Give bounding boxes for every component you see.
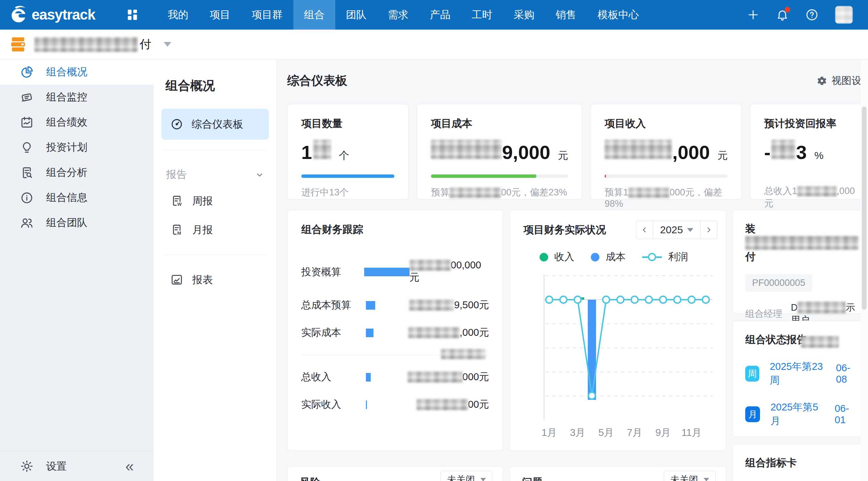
risk-filter-select[interactable]: 未关闭 — [441, 471, 492, 481]
add-icon[interactable] — [747, 9, 759, 21]
doc-search-icon — [20, 166, 34, 180]
nav-item-template-center[interactable]: 模板中心 — [587, 0, 650, 30]
year-select[interactable]: 2025 — [653, 221, 701, 239]
status-report-card: 组合状态报告 周 2025年第23周 06-08 月 2025年第5月 06-0… — [733, 321, 868, 437]
weekly-badge: 周 — [745, 366, 759, 382]
performance-calendar-icon — [20, 116, 34, 129]
kpi-caption: 预算1000元，偏差98% — [605, 186, 728, 209]
monthly-report-date: 06-01 — [835, 403, 859, 426]
legend-profit[interactable]: 利润 — [642, 250, 688, 264]
weekly-report-link[interactable]: 2025年第23周 — [770, 360, 826, 387]
caret-down-icon — [704, 478, 709, 481]
legend-income[interactable]: 收入 — [540, 250, 574, 264]
svg-text:5月: 5月 — [598, 427, 614, 438]
kpi-card-project-cost: 项目成本 9,000 元 预算00元，偏差23% — [417, 104, 582, 200]
bar — [366, 301, 375, 310]
kpi-card-project-income: 项目收入 ,000 元 预算1000元，偏差98% — [590, 104, 742, 200]
scrollbar-track[interactable] — [860, 60, 868, 481]
portfolio-icon — [9, 35, 27, 53]
collapse-sidebar-icon[interactable]: « — [126, 459, 134, 474]
sidebar-item-investment-plan[interactable]: 投资计划 — [0, 135, 154, 160]
notification-bell-icon[interactable] — [776, 8, 789, 21]
bar — [364, 268, 409, 276]
kpi-value: 1 个 — [301, 140, 394, 163]
panel-item-dashboard[interactable]: 综合仪表板 — [161, 109, 269, 140]
finance-row-cost-budget: 总成本预算 9,500元 — [301, 298, 489, 312]
nav-item-program[interactable]: 项目群 — [241, 0, 293, 30]
income-dot-icon — [540, 253, 548, 261]
prev-year-button[interactable] — [636, 221, 653, 239]
portfolio-name[interactable]: 付 — [34, 36, 151, 52]
kpi-value: 9,000 元 — [431, 140, 568, 163]
finance-row-total-income: 总收入 000元 — [301, 370, 489, 384]
panel-item-weekly-report[interactable]: W 周报 — [161, 186, 269, 215]
kpi-value: -3 % — [764, 140, 857, 163]
finance-row-actual-cost: 实际成本 ,000元 — [301, 326, 489, 340]
redacted-portfolio-name — [34, 37, 138, 52]
page-title: 综合仪表板 — [287, 73, 347, 89]
settings-label[interactable]: 设置 — [46, 459, 67, 473]
weekly-report-icon: W — [170, 194, 183, 207]
lightbulb-icon — [20, 141, 34, 154]
panel-item-monthly-report[interactable]: M 月报 — [161, 215, 269, 244]
sidebar-item-analysis[interactable]: 组合分析 — [0, 160, 154, 185]
portfolio-code-badge: PF00000005 — [745, 274, 812, 292]
sidebar-item-info[interactable]: 组合信息 — [0, 185, 154, 210]
portfolio-info-title: 装付 — [745, 222, 859, 264]
app-grid-icon[interactable] — [126, 8, 139, 22]
nav-item-portfolio[interactable]: 组合 — [293, 0, 335, 30]
finance-row-actual-income: 实际收入 00元 — [301, 398, 489, 411]
sidebar-item-monitoring[interactable]: 组合监控 — [0, 85, 154, 110]
next-year-button[interactable] — [701, 221, 717, 239]
weekly-status-row[interactable]: 周 2025年第23周 06-08 — [745, 360, 859, 387]
user-avatar[interactable] — [835, 6, 853, 24]
legend-cost[interactable]: 成本 — [591, 250, 626, 264]
caret-down-icon — [687, 228, 693, 232]
bar — [366, 373, 371, 382]
finance-row-investment-estimate: 投资概算 00,000元 — [301, 259, 489, 285]
portfolio-header: 付 — [0, 30, 868, 60]
panel-item-report-table[interactable]: 报表 — [161, 265, 269, 294]
kpi-card-roi: 预计投资回报率 -3 % 总收入1,000元 — [750, 104, 868, 200]
logo[interactable]: easytrack — [9, 5, 95, 24]
svg-text:11月: 11月 — [681, 427, 702, 438]
help-icon[interactable] — [805, 8, 818, 21]
gear-filled-icon — [816, 75, 827, 86]
portfolio-switch-caret-icon[interactable] — [164, 42, 171, 47]
nav-item-sales[interactable]: 销售 — [545, 0, 587, 30]
report-group-toggle[interactable]: 报告 — [161, 161, 269, 186]
sidebar-item-overview[interactable]: 组合概况 — [0, 60, 154, 85]
portfolio-info-card: 装付 PF00000005 组合经理 D示用户 上级组合 集团 — [733, 210, 868, 314]
nav-item-timesheet[interactable]: 工时 — [461, 0, 503, 30]
sidebar-item-team[interactable]: 组合团队 — [0, 210, 154, 235]
svg-text:1月: 1月 — [541, 427, 557, 438]
nav-item-procurement[interactable]: 采购 — [503, 0, 545, 30]
overview-panel: 组合概况 综合仪表板 报告 W 周报 — [154, 60, 277, 481]
settings-gear-icon[interactable] — [20, 459, 34, 473]
nav-item-project[interactable]: 项目 — [199, 0, 241, 30]
info-circle-icon — [20, 191, 34, 205]
monthly-status-row[interactable]: 月 2025年第5月 06-01 — [745, 400, 859, 428]
nav-item-team[interactable]: 团队 — [335, 0, 377, 30]
scrollbar-thumb[interactable] — [862, 107, 867, 310]
svg-text:9月: 9月 — [655, 427, 671, 438]
pie-chart-icon — [20, 65, 34, 79]
nav-item-requirement[interactable]: 需求 — [377, 0, 419, 30]
kpi-card-project-count: 项目数量 1 个 进行中13个 — [287, 104, 409, 200]
main-content: 综合仪表板 视图设置 项目数量 1 个 进行中13个 — [277, 60, 868, 481]
top-nav: easytrack 我的 项目 项目群 组合 团队 需求 产品 工时 采购 销售… — [0, 0, 868, 30]
issue-filter-select[interactable]: 未关闭 — [664, 471, 716, 481]
nav-item-product[interactable]: 产品 — [419, 0, 461, 30]
report-chart-icon — [170, 273, 183, 286]
cost-dot-icon — [591, 253, 599, 261]
nav-item-my[interactable]: 我的 — [157, 0, 199, 30]
chart-legend: 收入 成本 利润 — [540, 250, 717, 264]
monthly-report-link[interactable]: 2025年第5月 — [770, 400, 825, 428]
progress-bar — [431, 174, 568, 178]
risk-title: 风险 — [300, 475, 321, 481]
logo-text: easytrack — [32, 7, 95, 23]
easytrack-logo-icon — [9, 5, 28, 24]
sidebar-item-performance[interactable]: 组合绩效 — [0, 110, 154, 135]
risk-card: 风险 未关闭 — [287, 466, 503, 481]
divider — [163, 255, 267, 255]
